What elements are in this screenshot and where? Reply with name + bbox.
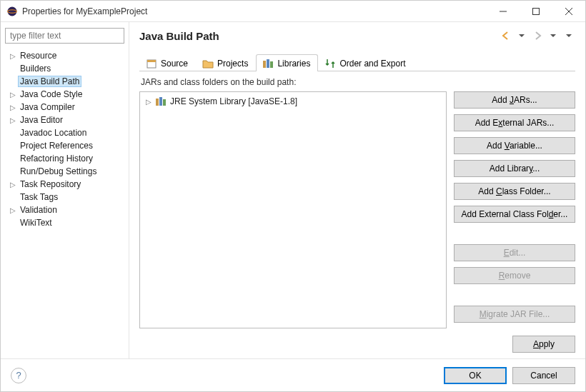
tab-label: Source bbox=[161, 59, 188, 69]
tree-item-wikitext[interactable]: ▷WikiText bbox=[5, 216, 124, 229]
nav-fwd-menu[interactable] bbox=[547, 29, 560, 42]
expand-icon[interactable]: ▷ bbox=[8, 91, 18, 99]
tree-item-label: Project References bbox=[18, 140, 95, 151]
cancel-button[interactable]: Cancel bbox=[512, 367, 575, 384]
edit-button: Edit... bbox=[454, 244, 575, 261]
tree-item-label: Refactoring History bbox=[18, 153, 95, 164]
tree-item-label: Builders bbox=[18, 63, 53, 74]
tree-item-java-code-style[interactable]: ▷Java Code Style bbox=[5, 88, 124, 101]
tree-item-label: Run/Debug Settings bbox=[18, 166, 99, 177]
add-variable-button[interactable]: Add Variable... bbox=[454, 137, 575, 154]
filter-input[interactable] bbox=[5, 28, 124, 44]
maximize-button[interactable] bbox=[520, 1, 552, 22]
nav-fwd-button[interactable] bbox=[531, 29, 544, 42]
expand-icon[interactable]: ▷ bbox=[8, 52, 18, 60]
expand-icon[interactable]: ▷ bbox=[144, 98, 153, 106]
svg-point-0 bbox=[8, 6, 17, 16]
libraries-tree[interactable]: ▷ JRE System Library [JavaSE-1.8] bbox=[139, 91, 447, 328]
help-button[interactable]: ? bbox=[11, 368, 26, 383]
title-bar: Properties for MyExampleProject bbox=[1, 1, 585, 22]
tree-item-label: Javadoc Location bbox=[18, 127, 89, 139]
tree-item-java-compiler[interactable]: ▷Java Compiler bbox=[5, 101, 124, 114]
tab-bar: SourceProjectsLibrariesOrder and Export bbox=[139, 54, 575, 71]
add-external-class-folder-button[interactable]: Add External Class Folder... bbox=[454, 206, 575, 223]
add-jars-button[interactable]: Add JARs... bbox=[454, 91, 575, 109]
tree-item-resource[interactable]: ▷Resource bbox=[5, 49, 124, 62]
svg-rect-13 bbox=[163, 99, 166, 106]
svg-rect-10 bbox=[270, 61, 273, 68]
tree-item-label: Java Build Path bbox=[18, 76, 81, 87]
tab-libraries[interactable]: Libraries bbox=[256, 54, 318, 71]
tab-source[interactable]: Source bbox=[139, 54, 196, 71]
tree-item-javadoc-location[interactable]: ▷Javadoc Location bbox=[5, 126, 124, 139]
expand-icon[interactable]: ▷ bbox=[8, 206, 18, 214]
libraries-description: JARs and class folders on the build path… bbox=[141, 77, 575, 87]
tree-item-java-build-path[interactable]: ▷Java Build Path bbox=[5, 75, 124, 88]
tree-item-label: Java Compiler bbox=[18, 101, 77, 113]
page-title: Java Build Path bbox=[139, 30, 500, 42]
window-title: Properties for MyExampleProject bbox=[22, 6, 147, 16]
apply-button[interactable]: Apply bbox=[512, 336, 575, 353]
svg-rect-12 bbox=[159, 97, 162, 106]
tree-item-label: Task Tags bbox=[18, 191, 60, 203]
add-class-folder-button[interactable]: Add Class Folder... bbox=[454, 183, 575, 200]
sidebar: ▷Resource▷Builders▷Java Build Path▷Java … bbox=[1, 22, 129, 358]
property-tree: ▷Resource▷Builders▷Java Build Path▷Java … bbox=[5, 49, 124, 229]
tree-item-project-references[interactable]: ▷Project References bbox=[5, 139, 124, 152]
ok-button[interactable]: OK bbox=[444, 367, 507, 384]
minimize-button[interactable] bbox=[487, 1, 520, 22]
expand-icon[interactable]: ▷ bbox=[8, 116, 18, 124]
remove-button: Remove bbox=[454, 267, 575, 284]
tree-item-java-editor[interactable]: ▷Java Editor bbox=[5, 114, 124, 126]
nav-back-button[interactable] bbox=[500, 29, 512, 42]
tab-label: Order and Export bbox=[339, 59, 405, 69]
tree-item-builders[interactable]: ▷Builders bbox=[5, 62, 124, 75]
library-entry[interactable]: ▷ JRE System Library [JavaSE-1.8] bbox=[144, 96, 442, 106]
expand-icon[interactable]: ▷ bbox=[8, 104, 18, 111]
eclipse-icon bbox=[6, 6, 18, 17]
library-icon bbox=[156, 96, 167, 106]
add-library-button[interactable]: Add Library... bbox=[454, 160, 575, 177]
tree-item-label: Java Editor bbox=[18, 114, 65, 126]
migrate-jar-button: Migrate JAR File... bbox=[454, 306, 575, 323]
button-column: Add JARs...Add External JARs...Add Varia… bbox=[454, 91, 575, 328]
svg-rect-11 bbox=[156, 99, 159, 106]
nav-back-menu[interactable] bbox=[515, 29, 528, 42]
tree-item-label: Validation bbox=[18, 204, 59, 216]
tree-item-task-tags[interactable]: ▷Task Tags bbox=[5, 191, 124, 203]
add-external-jars-button[interactable]: Add External JARs... bbox=[454, 114, 575, 131]
tree-item-validation[interactable]: ▷Validation bbox=[5, 203, 124, 216]
tree-item-label: Task Repository bbox=[18, 179, 83, 190]
tree-item-label: Java Code Style bbox=[18, 89, 84, 100]
tree-item-label: Resource bbox=[18, 50, 59, 61]
view-menu[interactable] bbox=[562, 29, 575, 42]
library-entry-label: JRE System Library [JavaSE-1.8] bbox=[170, 96, 297, 106]
svg-rect-3 bbox=[533, 8, 540, 14]
tree-item-label: WikiText bbox=[18, 217, 54, 228]
tree-item-task-repository[interactable]: ▷Task Repository bbox=[5, 178, 124, 191]
tab-label: Projects bbox=[217, 59, 248, 69]
tree-item-run-debug-settings[interactable]: ▷Run/Debug Settings bbox=[5, 165, 124, 178]
svg-rect-8 bbox=[263, 61, 266, 68]
expand-icon[interactable]: ▷ bbox=[8, 181, 18, 189]
tab-label: Libraries bbox=[277, 59, 310, 69]
close-button[interactable] bbox=[552, 1, 585, 22]
main-panel: Java Build Path SourceProjectsLibrariesO… bbox=[129, 22, 585, 358]
tab-order-and-export[interactable]: Order and Export bbox=[318, 54, 413, 71]
dialog-footer: ? OK Cancel bbox=[1, 358, 585, 391]
tree-item-refactoring-history[interactable]: ▷Refactoring History bbox=[5, 152, 124, 165]
svg-rect-7 bbox=[147, 60, 156, 62]
tab-projects[interactable]: Projects bbox=[196, 54, 256, 71]
svg-rect-9 bbox=[267, 59, 269, 68]
